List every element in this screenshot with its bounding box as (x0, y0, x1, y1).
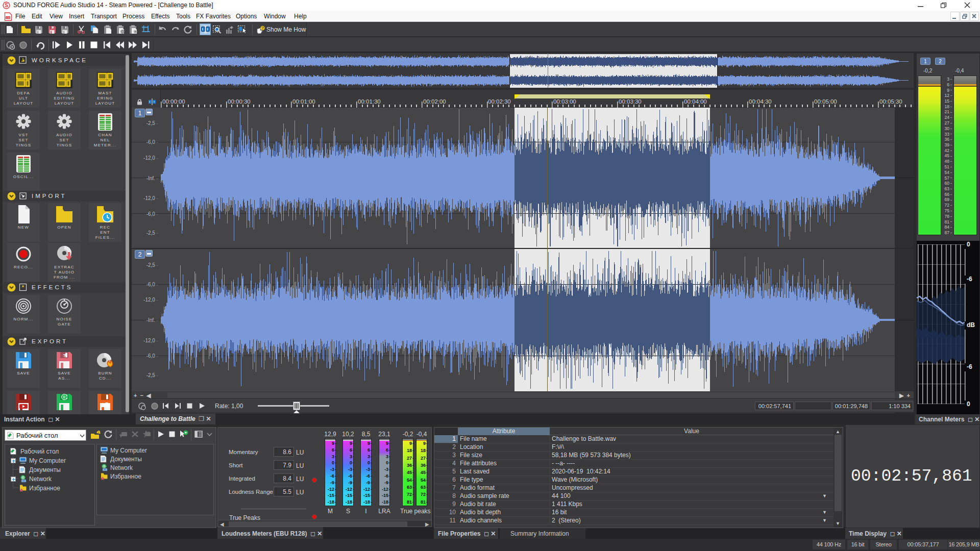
svg-text:36: 36 (407, 463, 412, 468)
svg-text:-18: -18 (382, 499, 388, 505)
svg-text:45: 45 (407, 470, 412, 475)
svg-text:-12: -12 (346, 487, 352, 492)
svg-text:-6: -6 (348, 473, 352, 479)
svg-text:00:02:30: 00:02:30 (488, 98, 511, 105)
svg-text:27: 27 (421, 456, 426, 461)
svg-text:18: 18 (945, 104, 950, 109)
svg-text:78: 78 (945, 214, 950, 219)
svg-text:66: 66 (945, 192, 950, 197)
svg-text:-9: -9 (366, 480, 370, 485)
svg-text:-15: -15 (346, 493, 352, 498)
svg-text:00:04:00: 00:04:00 (684, 98, 707, 105)
svg-text:-6: -6 (384, 473, 388, 479)
svg-text:0: 0 (368, 460, 370, 465)
svg-text:-9: -9 (330, 480, 334, 485)
svg-text:0: 0 (350, 460, 352, 465)
svg-text:39: 39 (945, 142, 950, 147)
svg-text:18: 18 (407, 448, 412, 453)
svg-text:9: 9 (350, 441, 352, 446)
svg-text:12: 12 (945, 93, 950, 98)
svg-text:63: 63 (421, 485, 426, 490)
svg-text:-18: -18 (363, 499, 370, 505)
svg-text:?: ? (63, 353, 66, 358)
svg-text:00:01:00: 00:01:00 (292, 98, 315, 105)
svg-text:72: 72 (945, 203, 950, 208)
svg-text:6: 6 (947, 82, 949, 87)
svg-text:63: 63 (407, 485, 412, 490)
svg-text:-9: -9 (384, 480, 388, 485)
svg-text:00:03:30: 00:03:30 (619, 98, 642, 105)
svg-text:27: 27 (945, 120, 950, 126)
svg-text:S: S (5, 3, 8, 8)
svg-text:69: 69 (945, 197, 950, 202)
svg-text:54: 54 (945, 170, 950, 175)
svg-text:3: 3 (350, 454, 352, 459)
svg-text:60: 60 (945, 181, 950, 186)
svg-text:9: 9 (386, 441, 388, 446)
svg-text:6: 6 (368, 447, 370, 453)
svg-text:72: 72 (407, 492, 412, 497)
svg-text:-3: -3 (348, 467, 352, 472)
svg-text:-18: -18 (328, 499, 334, 505)
svg-text:9: 9 (332, 441, 334, 446)
svg-text:54: 54 (407, 478, 412, 483)
svg-text:-6: -6 (330, 473, 334, 479)
svg-text:00:02:00: 00:02:00 (423, 98, 446, 105)
svg-text:-6: -6 (366, 473, 370, 479)
svg-text:9: 9 (947, 88, 949, 93)
svg-text:81: 81 (945, 219, 950, 224)
svg-text:45: 45 (421, 470, 426, 475)
svg-text:48: 48 (945, 159, 950, 164)
svg-text:-3: -3 (330, 467, 334, 472)
svg-text:00:05:30: 00:05:30 (879, 98, 902, 105)
svg-text:3: 3 (332, 454, 334, 459)
svg-text:45: 45 (945, 153, 950, 158)
svg-text:3: 3 (947, 77, 949, 82)
svg-text:81: 81 (421, 499, 426, 505)
svg-text:?: ? (261, 26, 264, 31)
svg-text:*: * (22, 284, 24, 290)
svg-text:6: 6 (350, 447, 352, 453)
svg-text:9: 9 (368, 441, 370, 446)
svg-text:36: 36 (421, 463, 426, 468)
svg-text:24: 24 (945, 115, 950, 120)
svg-text:-9: -9 (348, 480, 352, 485)
svg-text:00:03:00: 00:03:00 (553, 98, 576, 105)
svg-text:9: 9 (423, 441, 426, 446)
svg-text:54: 54 (421, 478, 426, 483)
svg-text:87: 87 (945, 230, 950, 235)
svg-text:36: 36 (945, 137, 950, 142)
svg-text:6: 6 (386, 447, 388, 453)
svg-text:00:00:30: 00:00:30 (228, 98, 251, 105)
svg-text:33: 33 (945, 132, 950, 137)
svg-text:-12: -12 (363, 487, 370, 492)
svg-text:21: 21 (945, 109, 950, 114)
svg-text:-3: -3 (384, 467, 388, 472)
svg-text:00:01:30: 00:01:30 (358, 98, 381, 105)
svg-text:15: 15 (945, 98, 950, 104)
svg-text:3: 3 (368, 454, 370, 459)
svg-text:30: 30 (945, 126, 950, 131)
svg-text:-15: -15 (382, 493, 388, 498)
svg-text:-15: -15 (328, 493, 334, 498)
svg-text:51: 51 (945, 164, 950, 169)
svg-text:72: 72 (421, 492, 426, 497)
svg-text:00:00:00: 00:00:00 (162, 98, 185, 105)
svg-text:-15: -15 (363, 493, 370, 498)
svg-text:42: 42 (945, 148, 950, 153)
svg-text:6: 6 (332, 447, 334, 453)
svg-text:63: 63 (945, 186, 950, 191)
svg-text:27: 27 (407, 456, 412, 461)
svg-text:0: 0 (386, 460, 388, 465)
svg-text:0: 0 (332, 460, 334, 465)
svg-text:18: 18 (421, 448, 426, 453)
svg-text:84: 84 (945, 224, 950, 230)
svg-text:00:04:30: 00:04:30 (749, 98, 772, 105)
svg-text:75: 75 (945, 208, 950, 213)
svg-text:3: 3 (386, 454, 388, 459)
svg-text:-3: -3 (366, 467, 370, 472)
svg-text:57: 57 (945, 176, 950, 181)
svg-text:?: ? (51, 26, 53, 30)
svg-text:-12: -12 (382, 487, 388, 492)
svg-text:81: 81 (407, 499, 412, 505)
